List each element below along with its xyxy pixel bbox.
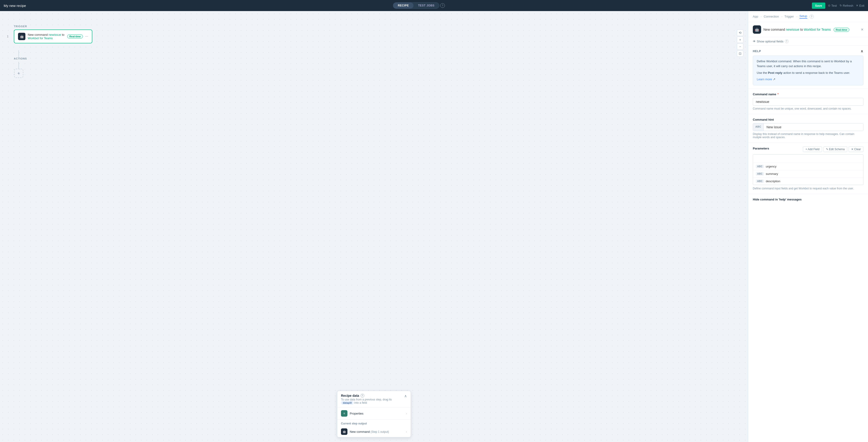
abc-badge-urgency: ABC — [756, 165, 764, 168]
trigger-prefix: New command — [28, 33, 49, 36]
topbar: My new recipe RECIPE TEST JOBS ? Save ⊙ … — [0, 0, 868, 11]
breadcrumb-trigger[interactable]: Trigger — [784, 15, 794, 18]
breadcrumb-connection[interactable]: Connection — [764, 15, 779, 18]
properties-label: Properties — [350, 412, 404, 415]
recipe-data-header: Recipe data ? To use data from a previou… — [337, 391, 411, 407]
learn-more-link[interactable]: Learn more — [757, 77, 772, 81]
hint-prefix-badge: ABC — [753, 124, 764, 131]
recipe-data-help-icon[interactable]: ? — [361, 394, 364, 398]
test-action[interactable]: ⊙ Test — [828, 4, 837, 7]
app-title: My new recipe — [4, 4, 26, 8]
refresh-action[interactable]: ↻ Refresh — [840, 4, 854, 7]
realtime-badge: Real-time — [67, 34, 83, 38]
test-icon: ⊙ — [828, 4, 830, 7]
command-name-input[interactable] — [753, 98, 863, 106]
current-step-item[interactable]: 🤖 New command (Step 1 output) › — [337, 426, 411, 437]
trigger-card[interactable]: 🤖 New command newissue to Workbot for Te… — [14, 30, 92, 43]
trigger-text: New command newissue to Workbot for Team… — [28, 33, 65, 40]
add-field-button[interactable]: + Add Field — [803, 146, 822, 152]
abc-badge-description: ABC — [756, 179, 764, 183]
breadcrumb-setup[interactable]: Setup — [800, 14, 807, 19]
parameters-actions: + Add Field ✎ Edit Schema ✕ Clear — [803, 146, 863, 152]
help-toggle[interactable]: HELP ∧ — [753, 49, 863, 53]
command-hint-section: Command hint ABC Display this instead of… — [748, 114, 868, 143]
actions-label: ACTIONS — [14, 57, 27, 60]
param-name-description: description — [766, 179, 780, 183]
datapill-badge: datapill — [341, 401, 354, 405]
panel-link2[interactable]: Workbot for Teams — [804, 28, 831, 31]
abc-badge-summary: ABC — [756, 172, 764, 175]
clear-button[interactable]: ✕ Clear — [848, 146, 863, 152]
recipe-testjobs-toggle: RECIPE TEST JOBS — [393, 2, 439, 9]
optional-help-icon[interactable]: ? — [785, 39, 788, 43]
breadcrumb-arrow-2: → — [780, 15, 783, 18]
param-row-description: ABC description — [753, 178, 863, 185]
current-step-output-label: Current step output — [337, 420, 411, 426]
tab-recipe[interactable]: RECIPE — [393, 3, 413, 8]
main-layout: TRIGGER 1 🤖 New command newissue to Work… — [0, 11, 868, 442]
recipe-data-header-left: Recipe data ? To use data from a previou… — [341, 394, 404, 404]
breadcrumb-app[interactable]: App — [753, 15, 758, 18]
panel-close-button[interactable]: × — [861, 27, 863, 32]
optional-eye-icon: 👁 — [753, 40, 756, 43]
recipe-data-panel: Recipe data ? To use data from a previou… — [337, 391, 411, 437]
add-action-button[interactable]: + — [14, 69, 23, 78]
command-name-hint: Command name must be unique, one word, d… — [753, 107, 863, 110]
tab-help-icon[interactable]: ? — [440, 3, 445, 8]
hide-command-label: Hide command in 'help' messages — [753, 198, 863, 201]
breadcrumb-arrow-3: → — [795, 15, 798, 18]
right-panel: App → Connection → Trigger → Setup ? 🤖 N… — [748, 11, 868, 442]
edit-schema-button[interactable]: ✎ Edit Schema — [824, 146, 847, 152]
recipe-data-title: Recipe data ? — [341, 394, 404, 398]
actions-section: ACTIONS + — [14, 50, 27, 78]
show-optional-fields-link[interactable]: 👁 Show optional fields — [753, 40, 783, 43]
current-step-arrow-icon: › — [406, 430, 407, 434]
command-name-section: Command name * Command name must be uniq… — [748, 89, 868, 114]
panel-header: 🤖 New command newissue to Workbot for Te… — [748, 22, 868, 37]
optional-fields-row: 👁 Show optional fields ? — [748, 37, 868, 46]
recipe-canvas: TRIGGER 1 🤖 New command newissue to Work… — [0, 11, 748, 442]
command-hint-input-wrapper: ABC — [753, 123, 863, 131]
hide-command-section: Hide command in 'help' messages — [748, 194, 868, 207]
panel-app-icon: 🤖 — [753, 25, 761, 34]
current-step-text: New command (Step 1 output) — [350, 430, 404, 434]
save-button[interactable]: Save — [812, 3, 825, 9]
trigger-label: TRIGGER — [14, 25, 92, 28]
trigger-link2[interactable]: Workbot for Teams — [28, 36, 53, 40]
param-row-summary: ABC summary — [753, 170, 863, 178]
help-paragraph2: Use the Post reply action to send a resp… — [757, 71, 860, 75]
trigger-menu-icon[interactable]: ··· — [85, 34, 88, 38]
panel-header-left: 🤖 New command newissue to Workbot for Te… — [753, 25, 849, 34]
connector-line — [19, 50, 19, 57]
panel-link1[interactable]: newissue — [786, 28, 799, 31]
tab-testjobs[interactable]: TEST JOBS — [413, 3, 439, 8]
panel-body: HELP ∧ Define Workbot command. When this… — [748, 46, 868, 442]
zoom-in-button[interactable]: + — [737, 36, 743, 43]
help-section: HELP ∧ Define Workbot command. When this… — [748, 46, 868, 89]
zoom-out-button[interactable]: − — [737, 43, 743, 50]
command-hint-input[interactable] — [764, 124, 863, 131]
help-bold: Post reply — [768, 71, 782, 74]
reset-view-button[interactable]: ⟲ — [737, 30, 743, 36]
panel-realtime-badge: Real-time — [834, 28, 849, 32]
command-hint-hint: Display this instead of command name in … — [753, 132, 863, 139]
properties-icon: ≡ — [341, 410, 347, 417]
param-name-urgency: urgency — [766, 165, 776, 168]
step-number: 1 — [7, 35, 8, 38]
canvas-controls: ⟲ + − ⊡ — [737, 30, 743, 57]
recipe-data-subtitle: To use data from a previous step, drag i… — [341, 398, 404, 404]
recipe-data-toggle-icon[interactable]: ∧ — [404, 394, 407, 398]
tab-toggle-group: RECIPE TEST JOBS ? — [393, 2, 445, 9]
params-empty-row — [753, 155, 863, 163]
breadcrumb: App → Connection → Trigger → Setup ? — [748, 11, 868, 22]
fit-view-button[interactable]: ⊡ — [737, 50, 743, 57]
help-collapse-icon: ∧ — [861, 49, 863, 53]
exit-action[interactable]: ✕ Exit — [856, 4, 864, 7]
help-paragraph1: Define Workbot command. When this comman… — [757, 59, 860, 69]
required-marker: * — [777, 93, 779, 96]
step-sub-label: (Step 1 output) — [371, 430, 389, 434]
refresh-icon: ↻ — [840, 4, 842, 7]
properties-item[interactable]: ≡ Properties › — [337, 407, 411, 420]
trigger-link1[interactable]: newissue — [49, 33, 61, 36]
breadcrumb-help-icon[interactable]: ? — [810, 14, 814, 19]
